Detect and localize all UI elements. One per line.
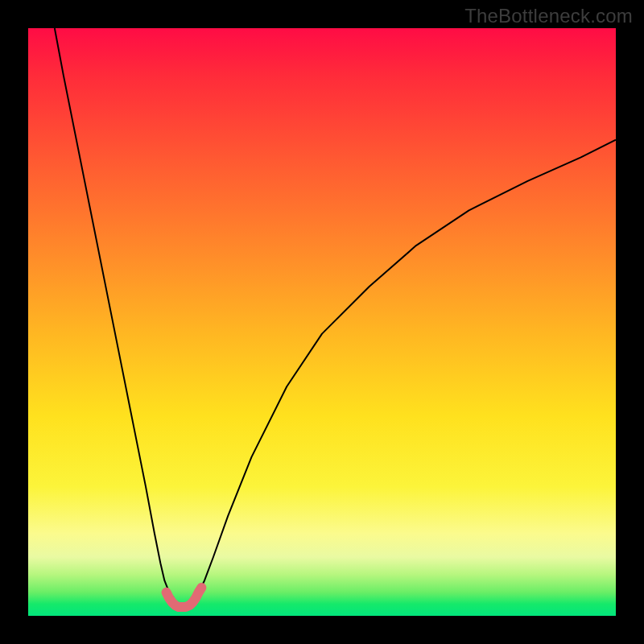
- chart-frame: TheBottleneck.com: [0, 0, 644, 644]
- series-right-branch: [194, 140, 616, 598]
- series-left-branch: [55, 28, 174, 598]
- series-bottom-link: [167, 588, 202, 607]
- watermark-text: TheBottleneck.com: [464, 5, 633, 27]
- chart-overlay: [28, 28, 616, 616]
- plot-area: [28, 28, 616, 616]
